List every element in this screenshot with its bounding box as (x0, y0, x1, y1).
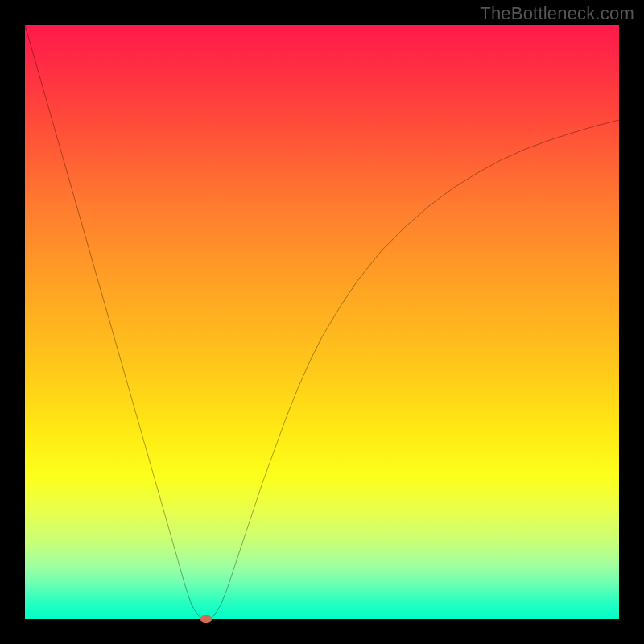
plot-area (25, 25, 619, 619)
chart-frame: TheBottleneck.com (0, 0, 644, 644)
bottleneck-curve (25, 25, 619, 619)
watermark-text: TheBottleneck.com (480, 3, 634, 24)
optimal-point-marker (200, 615, 212, 623)
curve-svg (25, 25, 619, 619)
